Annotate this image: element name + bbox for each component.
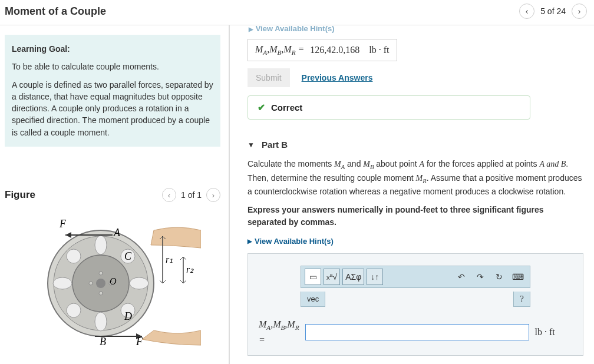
label-r2: r₂ — [186, 264, 194, 274]
label-B: B — [100, 336, 106, 348]
part-a-correct-banner: ✔ Correct — [248, 95, 530, 120]
part-a-units: lb · ft — [369, 45, 389, 55]
part-b-text-1: Calculate the moments MA and MB about po… — [248, 158, 583, 198]
toolbar-fraction-button[interactable]: ▭ — [305, 269, 321, 285]
header-nav: ‹ 5 of 24 › — [519, 4, 587, 19]
figure-nav: ‹ 1 of 1 › — [162, 188, 220, 202]
equation-units: lb · ft — [535, 325, 555, 339]
label-r1: r₁ — [166, 254, 173, 264]
svg-point-9 — [95, 312, 107, 331]
part-b-body: Calculate the moments MA and MB about po… — [248, 158, 583, 364]
svg-point-14 — [67, 303, 81, 317]
toolbar-undo-button[interactable]: ↶ — [453, 269, 470, 285]
svg-point-12 — [67, 249, 81, 263]
label-F-bot: F — [136, 336, 143, 348]
equation-row: MA,MB,MR= lb · ft — [259, 317, 572, 347]
page-header: Moment of a Couple ‹ 5 of 24 › — [0, 0, 594, 25]
part-b-hints-link[interactable]: ▶ View Available Hint(s) — [248, 236, 334, 247]
figure-counter: 1 of 1 — [181, 190, 202, 200]
part-a-hints-link-cutoff[interactable]: ▶ View Available Hint(s) — [249, 24, 583, 33]
page-title: Moment of a Couple — [5, 5, 106, 18]
right-column: ▶ View Available Hint(s) MA,MB,MR = 126,… — [230, 25, 594, 364]
answer-input[interactable] — [305, 324, 529, 340]
left-column: Learning Goal: To be able to calculate c… — [0, 25, 230, 364]
page-counter: 5 of 24 — [540, 6, 566, 16]
toolbar-redo-button[interactable]: ↷ — [472, 269, 489, 285]
figure-prev-button[interactable]: ‹ — [162, 188, 176, 202]
toolbar-templates-button[interactable]: xa√ — [324, 269, 340, 285]
caret-down-icon: ▼ — [248, 141, 255, 149]
svg-point-4 — [99, 272, 103, 275]
figure-image: F A C O D B F r₁ r₂ — [5, 213, 220, 348]
figure-next-button[interactable]: › — [206, 188, 220, 202]
label-D: D — [124, 310, 132, 322]
correct-label: Correct — [271, 102, 302, 112]
figure-title: Figure — [5, 189, 35, 201]
toolbar-help-button[interactable]: ? — [513, 292, 530, 307]
svg-marker-17 — [65, 232, 71, 238]
equation-toolbar: ▭ xa√ ΑΣφ ↓↑ ↶ ↷ ↻ ⌨ — [301, 266, 530, 288]
label-F-top: F — [59, 218, 67, 230]
part-b-title: Part B — [262, 140, 288, 150]
toolbar-subscript-button[interactable]: ↓↑ — [367, 269, 383, 285]
part-a-submit-button: Submit — [248, 68, 290, 87]
check-icon: ✔ — [258, 102, 265, 113]
part-a-previous-link[interactable]: Previous Answers — [302, 73, 373, 82]
next-page-button[interactable]: › — [572, 4, 587, 19]
toolbar-reset-button[interactable]: ↻ — [491, 269, 507, 285]
answer-input-panel: ▭ xa√ ΑΣφ ↓↑ ↶ ↷ ↻ ⌨ vec ? MA,MB,MR= — [248, 253, 583, 356]
svg-point-6 — [89, 282, 93, 285]
part-a-answer-display: MA,MB,MR = 126,42.0,168 lb · ft — [248, 39, 397, 61]
svg-point-5 — [99, 292, 103, 295]
learning-goal-text-1: To be able to calculate couple moments. — [12, 61, 213, 72]
part-a-value: 126,42.0,168 — [310, 45, 359, 55]
svg-point-10 — [53, 277, 72, 289]
label-A: A — [113, 227, 121, 239]
learning-goal-text-2: A couple is defined as two parallel forc… — [12, 79, 213, 138]
part-a-formula-label: MA,MB,MR = — [255, 44, 304, 56]
toolbar-vec-button[interactable]: vec — [301, 292, 325, 307]
label-C: C — [124, 250, 132, 262]
svg-point-11 — [130, 277, 148, 289]
equation-lhs: MA,MB,MR= — [259, 317, 299, 347]
svg-point-3 — [96, 279, 105, 288]
toolbar-keyboard-button[interactable]: ⌨ — [510, 269, 526, 285]
learning-goal-title: Learning Goal: — [12, 43, 213, 55]
toolbar-greek-button[interactable]: ΑΣφ — [342, 269, 364, 285]
part-b-text-2: Express your answers numerically in poun… — [248, 204, 583, 229]
figure-header: Figure ‹ 1 of 1 › — [5, 188, 220, 202]
part-b-header[interactable]: ▼ Part B — [248, 140, 583, 150]
label-O: O — [110, 276, 117, 286]
prev-page-button[interactable]: ‹ — [519, 4, 534, 19]
svg-point-8 — [95, 236, 107, 254]
learning-goal-box: Learning Goal: To be able to calculate c… — [5, 35, 220, 147]
